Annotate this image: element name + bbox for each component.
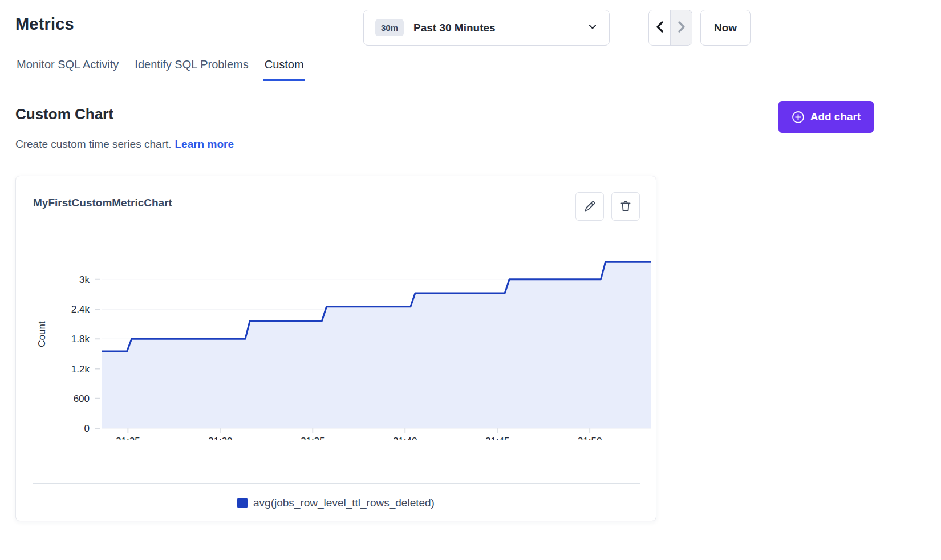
chart-title: MyFirstCustomMetricChart bbox=[33, 197, 172, 209]
section-title: Custom Chart bbox=[15, 105, 113, 123]
svg-text:2.4k: 2.4k bbox=[71, 304, 90, 315]
add-chart-button[interactable]: Add chart bbox=[778, 101, 874, 133]
custom-chart-card: MyFirstCustomMetricChart 06001.2k1.8k2.4… bbox=[15, 176, 656, 521]
time-range-pager bbox=[648, 10, 692, 46]
now-button[interactable]: Now bbox=[700, 10, 751, 46]
svg-text:Count: Count bbox=[36, 321, 47, 347]
previous-range-button[interactable] bbox=[649, 10, 670, 45]
pencil-icon bbox=[583, 200, 597, 213]
section-subtitle: Create custom time series chart.Learn mo… bbox=[15, 138, 234, 151]
custom-chart-plot: 06001.2k1.8k2.4k3k21:2521:3021:3521:4021… bbox=[35, 240, 651, 440]
time-range-badge: 30m bbox=[375, 19, 404, 36]
edit-chart-button[interactable] bbox=[575, 192, 604, 221]
learn-more-link[interactable]: Learn more bbox=[175, 138, 233, 150]
legend-swatch bbox=[237, 498, 248, 508]
time-range-label: Past 30 Minutes bbox=[413, 22, 496, 34]
chevron-right-icon bbox=[676, 21, 687, 35]
trash-icon bbox=[619, 200, 632, 213]
svg-text:1.2k: 1.2k bbox=[71, 364, 90, 375]
svg-text:1.8k: 1.8k bbox=[71, 334, 90, 344]
legend-label: avg(jobs_row_level_ttl_rows_deleted) bbox=[253, 497, 435, 509]
time-range-dropdown[interactable]: 30m Past 30 Minutes bbox=[363, 10, 610, 46]
delete-chart-button[interactable] bbox=[611, 192, 640, 221]
tab-identify-sql-problems[interactable]: Identify SQL Problems bbox=[133, 58, 249, 71]
chart-actions bbox=[575, 192, 640, 221]
tab-monitor-sql-activity[interactable]: Monitor SQL Activity bbox=[15, 58, 120, 71]
svg-text:21:40: 21:40 bbox=[393, 436, 417, 440]
svg-text:21:45: 21:45 bbox=[485, 436, 510, 440]
chevron-down-icon bbox=[587, 22, 598, 34]
svg-text:21:35: 21:35 bbox=[301, 436, 325, 440]
svg-text:600: 600 bbox=[74, 393, 90, 404]
page-title: Metrics bbox=[15, 15, 74, 34]
svg-text:0: 0 bbox=[84, 423, 90, 434]
tab-custom[interactable]: Custom bbox=[263, 58, 305, 71]
svg-text:21:30: 21:30 bbox=[208, 436, 233, 440]
plus-circle-icon bbox=[792, 111, 805, 124]
chart-legend: avg(jobs_row_level_ttl_rows_deleted) bbox=[16, 497, 656, 509]
svg-text:3k: 3k bbox=[79, 274, 90, 285]
next-range-button[interactable] bbox=[670, 10, 692, 45]
legend-divider bbox=[33, 483, 640, 484]
metrics-tabs: Monitor SQL Activity Identify SQL Proble… bbox=[15, 58, 877, 80]
svg-text:21:50: 21:50 bbox=[578, 436, 602, 440]
chevron-left-icon bbox=[655, 21, 665, 35]
svg-text:21:25: 21:25 bbox=[116, 436, 140, 440]
